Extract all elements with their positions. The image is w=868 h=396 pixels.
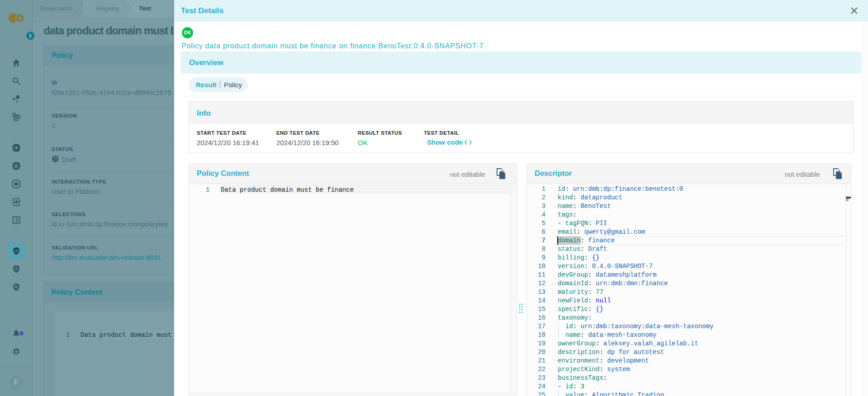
- svg-text:B: B: [14, 163, 18, 169]
